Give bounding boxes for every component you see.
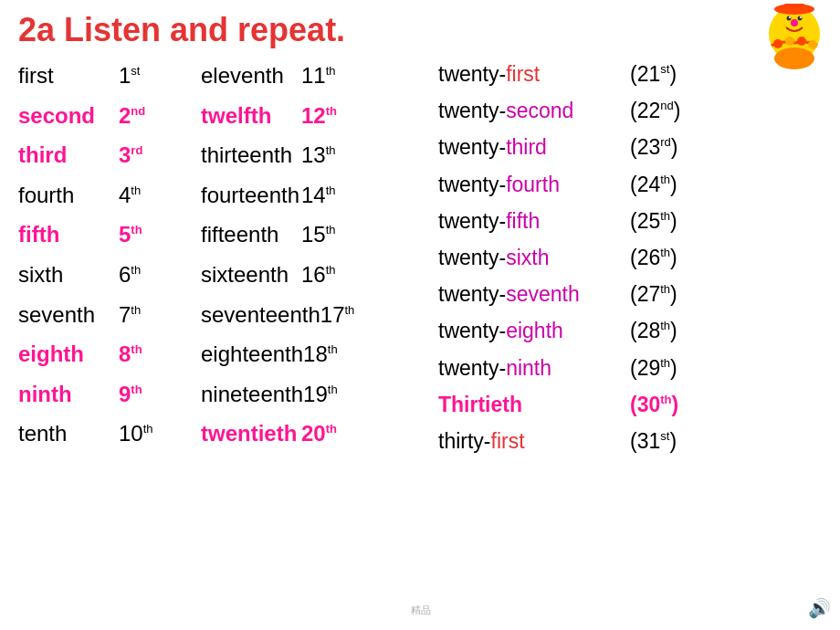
list-item: first1st <box>18 57 192 95</box>
ordinal-number: 17th <box>320 299 384 331</box>
list-item: sixteenth16th <box>201 256 429 294</box>
ordinal-word-compound: twenty-sixth <box>438 243 630 272</box>
ordinal-number-compound: (23rd) <box>630 132 694 162</box>
list-item: sixth6th <box>18 256 192 294</box>
ordinal-word: sixteenth <box>201 259 301 290</box>
list-item: twenty-eighth(28th) <box>438 313 676 348</box>
column-3: twenty-first(21st)twenty-second(22nd)twe… <box>429 57 676 458</box>
ordinal-word: nineteenth <box>201 379 303 410</box>
list-item: twenty-seventh(27th) <box>438 277 676 311</box>
ordinal-number-compound: (27th) <box>630 279 694 309</box>
list-item: twentieth20th <box>201 415 429 453</box>
svg-point-7 <box>789 16 791 18</box>
list-item: fourth4th <box>18 176 192 215</box>
ordinal-number-compound: (25th) <box>630 206 694 236</box>
ordinal-number: 4th <box>119 180 183 211</box>
svg-point-11 <box>785 37 794 46</box>
clown-decoration <box>758 2 831 70</box>
ordinal-number: 18th <box>303 339 367 370</box>
svg-point-6 <box>798 16 803 21</box>
svg-point-5 <box>787 16 792 21</box>
list-item: fifteenth15th <box>201 215 429 254</box>
ordinal-word: seventeenth <box>201 299 320 331</box>
ordinal-word: eighth <box>18 339 119 370</box>
ordinal-number: 5th <box>119 219 183 250</box>
ordinal-number: 19th <box>303 379 367 410</box>
list-item: second2nd <box>18 97 192 135</box>
ordinal-number: 1st <box>119 60 183 91</box>
ordinal-word: ninth <box>18 379 119 410</box>
ordinal-number: 12th <box>301 100 365 131</box>
svg-point-8 <box>800 16 802 18</box>
ordinal-word: seventh <box>18 299 119 331</box>
ordinal-word-compound: twenty-fifth <box>438 206 630 236</box>
list-item: seventeenth17th <box>201 296 429 334</box>
list-item: Thirtieth(30th) <box>438 387 676 422</box>
list-item: twenty-second(22nd) <box>438 93 676 128</box>
ordinal-number: 13th <box>301 140 365 171</box>
ordinal-number-compound: (30th) <box>630 390 694 419</box>
ordinal-word: twentieth <box>201 418 301 449</box>
ordinal-word-compound: Thirtieth <box>438 390 630 419</box>
ordinal-number: 15th <box>301 219 365 250</box>
main-content: first1stsecond2ndthird3rdfourth4thfifth5… <box>0 57 840 458</box>
ordinal-word: eighteenth <box>201 339 303 370</box>
list-item: eleventh11th <box>201 57 429 95</box>
list-item: thirteenth13th <box>201 136 429 174</box>
ordinal-word: sixth <box>18 259 119 290</box>
list-item: twenty-ninth(29th) <box>438 351 676 385</box>
ordinal-number: 8th <box>119 339 183 370</box>
list-item: eighth8th <box>18 335 192 373</box>
ordinal-number-compound: (24th) <box>630 170 694 199</box>
list-item: twenty-sixth(26th) <box>438 240 676 275</box>
svg-point-10 <box>773 39 782 48</box>
speaker-icon: 🔊 <box>808 597 831 619</box>
list-item: tenth10th <box>18 415 192 453</box>
ordinal-word-compound: twenty-second <box>438 96 630 125</box>
list-item: twelfth12th <box>201 97 429 135</box>
ordinal-number: 11th <box>301 60 365 91</box>
list-item: thirty-first(31st) <box>438 424 676 458</box>
ordinal-number: 7th <box>119 299 183 331</box>
ordinal-word-compound: twenty-seventh <box>438 279 630 309</box>
ordinal-word: thirteenth <box>201 140 301 171</box>
svg-rect-3 <box>783 4 805 13</box>
list-item: twenty-fourth(24th) <box>438 167 676 202</box>
ordinal-word: third <box>18 140 119 171</box>
ordinal-number-compound: (21st) <box>630 59 694 89</box>
ordinal-number-compound: (28th) <box>630 316 694 345</box>
list-item: nineteenth19th <box>201 375 429 414</box>
ordinal-word: second <box>18 100 119 131</box>
ordinal-number: 2nd <box>119 100 183 131</box>
list-item: twenty-fifth(25th) <box>438 204 676 238</box>
ordinal-number: 14th <box>301 180 365 211</box>
ordinal-word-compound: twenty-first <box>438 59 630 89</box>
list-item: twenty-third(23rd) <box>438 130 676 164</box>
list-item: fifth5th <box>18 215 192 254</box>
ordinal-number: 3rd <box>119 140 183 171</box>
ordinal-word: fourth <box>18 180 119 211</box>
ordinal-word-compound: twenty-ninth <box>438 353 630 383</box>
svg-point-9 <box>791 19 798 26</box>
ordinal-number-compound: (22nd) <box>630 96 694 125</box>
title: 2a Listen and repeat. <box>0 0 840 57</box>
ordinal-word: twelfth <box>201 100 301 131</box>
watermark: 精品 <box>411 604 431 617</box>
ordinal-word-compound: twenty-eighth <box>438 316 630 345</box>
svg-point-14 <box>774 47 814 69</box>
ordinal-number-compound: (26th) <box>630 243 694 272</box>
list-item: twenty-first(21st) <box>438 57 676 91</box>
ordinal-word: fifth <box>18 219 119 250</box>
list-item: third3rd <box>18 136 192 174</box>
ordinal-word: first <box>18 60 119 91</box>
list-item: eighteenth18th <box>201 335 429 373</box>
svg-point-12 <box>797 37 806 46</box>
ordinal-word: fifteenth <box>201 219 301 250</box>
ordinal-number-compound: (29th) <box>630 353 694 383</box>
ordinal-word-compound: twenty-third <box>438 132 630 162</box>
ordinal-number: 9th <box>119 379 183 410</box>
list-item: seventh7th <box>18 296 192 334</box>
ordinal-word-compound: twenty-fourth <box>438 170 630 199</box>
ordinal-number: 10th <box>119 418 183 449</box>
svg-point-13 <box>808 40 817 49</box>
